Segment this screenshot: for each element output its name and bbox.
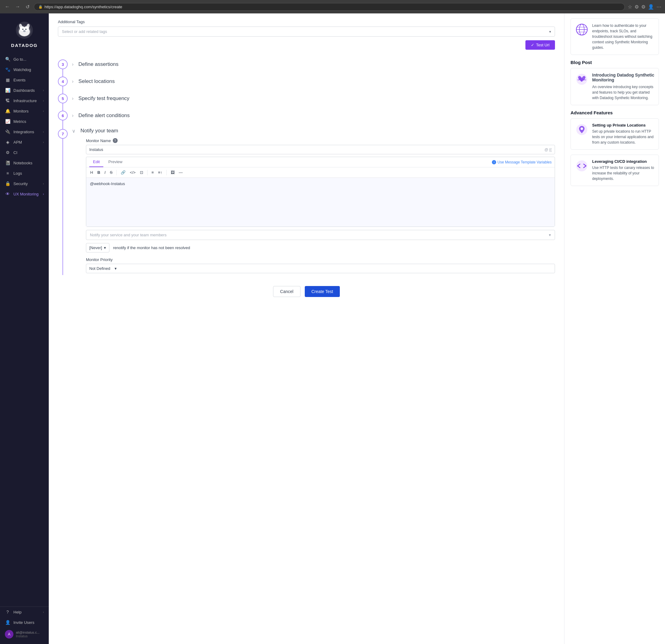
monitors-icon: 🔔 (5, 109, 11, 113)
chevron-right-icon: › (43, 182, 44, 185)
tab-preview[interactable]: Preview (104, 157, 126, 167)
notebooks-icon: 📓 (5, 160, 11, 165)
blog-post-description: An overview introducing key concepts and… (592, 84, 654, 100)
unordered-list-btn[interactable]: ≡ (150, 169, 155, 176)
heading-btn[interactable]: H (89, 169, 94, 176)
image-btn[interactable]: 🖼 (169, 169, 176, 176)
sidebar-item-ux-monitoring[interactable]: 👁 UX Monitoring › (0, 189, 49, 199)
profile-icon[interactable]: 👤 (648, 4, 654, 10)
sidebar-item-label: Notebooks (14, 161, 32, 165)
advanced-features-title: Advanced Features (571, 110, 659, 115)
blog-post-card-text: Introducing Datadog Synthetic Monitoring… (592, 73, 654, 100)
link-btn[interactable]: 🔗 (119, 169, 127, 176)
watchdog-icon: 🐾 (5, 67, 11, 72)
italic-btn[interactable]: I (103, 169, 107, 176)
forward-button[interactable]: → (14, 3, 21, 11)
app-wrapper: DATADOG 🔍 Go to... 🐾 Watchdog ▦ Events 📊… (0, 14, 665, 644)
chevron-down-icon: ▾ (549, 233, 551, 237)
step-4-header[interactable]: › Select locations (72, 78, 115, 85)
cancel-button[interactable]: Cancel (273, 286, 301, 297)
events-icon: ▦ (5, 77, 11, 82)
sidebar-item-dashboards[interactable]: 📊 Dashboards › (0, 85, 49, 95)
renotify-row: [Never] ▾ renotify if the monitor has no… (86, 243, 555, 253)
sidebar-item-integrations[interactable]: 🔌 Integrations › (0, 127, 49, 137)
chevron-right-icon: › (43, 109, 44, 113)
step-7-header[interactable]: ∨ Notify your team (72, 128, 555, 134)
ci-cd-card: Leveraging CI/CD integration Use HTTP te… (571, 154, 659, 186)
menu-icon[interactable]: ⋯ (657, 4, 661, 10)
step-6-circle: 6 (58, 111, 68, 121)
steps-container: 3 › Define assertions 4 › Select locatio… (58, 56, 555, 280)
monitor-name-help-icon[interactable]: ? (113, 138, 118, 143)
address-bar[interactable]: 🔒 https://app.datadoghq.com/synthetics/c… (34, 3, 625, 11)
strikethrough-btn[interactable]: S (108, 169, 114, 176)
browser-chrome: ← → ↺ 🔒 https://app.datadoghq.com/synthe… (0, 0, 665, 14)
sidebar-item-infrastructure[interactable]: 🏗 Infrastructure › (0, 95, 49, 106)
step-5: 5 › Specify test frequency (58, 90, 555, 107)
notify-service-dropdown[interactable]: Notify your service and your team member… (86, 230, 555, 240)
ordered-list-btn[interactable]: ≡↑ (156, 169, 164, 176)
template-vars-link[interactable]: i Use Message Template Variables (492, 160, 552, 164)
monitor-priority-select[interactable]: Not Defined ▾ (86, 264, 555, 273)
renotify-label: renotify if the monitor has not been res… (113, 245, 190, 250)
code-btn[interactable]: </> (128, 169, 137, 176)
test-url-button[interactable]: ✓ Test Url (526, 40, 555, 50)
editor-toolbar: H B I S 🔗 </> ⊡ ≡ (86, 167, 555, 178)
message-editor: Edit Preview i Use Message Template Vari… (86, 157, 555, 227)
main-content: Additional Tags Select or add related ta… (49, 14, 665, 644)
ci-cd-row: Leveraging CI/CD integration Use HTTP te… (575, 159, 654, 181)
monitor-name-input[interactable]: Instatus @ {{ (86, 145, 555, 154)
sidebar-item-label: APM (14, 140, 22, 145)
svg-point-7 (23, 30, 25, 32)
renotify-select[interactable]: [Never] ▾ (86, 243, 109, 253)
renotify-value: [Never] (89, 245, 102, 250)
chevron-down-icon: ▾ (115, 266, 117, 271)
ci-icon: ⚙ (5, 150, 11, 155)
sidebar-item-logs[interactable]: ≡ Logs (0, 168, 49, 178)
chevron-right-icon: › (43, 192, 44, 196)
sidebar-item-label: Watchdog (14, 68, 31, 72)
user-info: ali@instatus.c... Instatus (16, 630, 40, 638)
tags-dropdown[interactable]: Select or add related tags ▾ (58, 26, 555, 37)
ci-cd-card-text: Leveraging CI/CD integration Use HTTP te… (592, 159, 654, 181)
step-3-title: Define assertions (78, 61, 118, 68)
step-5-header[interactable]: › Specify test frequency (72, 95, 130, 102)
blog-post-card: Introducing Datadog Synthetic Monitoring… (571, 68, 659, 105)
sidebar-item-events[interactable]: ▦ Events (0, 75, 49, 85)
security-icon: 🔒 (5, 181, 11, 186)
bold-btn[interactable]: B (96, 169, 101, 176)
sidebar-item-ci[interactable]: ⚙ CI (0, 147, 49, 158)
sidebar-item-monitors[interactable]: 🔔 Monitors › (0, 106, 49, 116)
sidebar-item-help[interactable]: ? Help › (0, 607, 49, 617)
create-test-button[interactable]: Create Test (305, 286, 340, 297)
sidebar-logo: DATADOG (0, 14, 49, 54)
sidebar-item-notebooks[interactable]: 📓 Notebooks (0, 158, 49, 168)
sidebar-item-metrics[interactable]: 📈 Metrics (0, 116, 49, 127)
bookmark-icon[interactable]: ☆ (628, 4, 632, 10)
tab-edit[interactable]: Edit (89, 157, 103, 167)
step-3-header[interactable]: › Define assertions (72, 61, 118, 68)
step-5-title: Specify test frequency (78, 95, 129, 102)
back-button[interactable]: ← (4, 3, 11, 11)
sidebar-item-apm[interactable]: ◈ APM › (0, 137, 49, 147)
extensions-icon[interactable]: ⚙ (634, 4, 639, 10)
code-block-btn[interactable]: ⊡ (138, 169, 145, 176)
blog-post-title: Introducing Datadog Synthetic Monitoring (592, 73, 654, 82)
infrastructure-icon: 🏗 (5, 98, 11, 103)
hr-btn[interactable]: — (177, 169, 184, 176)
step-6-header[interactable]: › Define alert conditions (72, 112, 130, 118)
refresh-button[interactable]: ↺ (24, 3, 31, 11)
editor-body[interactable]: @webhook-Instatus (86, 178, 555, 226)
blog-post-card-row: Introducing Datadog Synthetic Monitoring… (575, 73, 654, 100)
sidebar-item-goto[interactable]: 🔍 Go to... (0, 54, 49, 65)
sidebar-item-watchdog[interactable]: 🐾 Watchdog (0, 65, 49, 75)
step-4-chevron: › (72, 79, 73, 84)
settings-icon[interactable]: ⚙ (641, 4, 646, 10)
sidebar-item-security[interactable]: 🔒 Security › (0, 178, 49, 189)
toolbar-divider-3 (166, 170, 167, 175)
step-7-content: ∨ Notify your team Monitor Name ? Instat… (72, 128, 555, 276)
private-locations-card: Setting up Private Locations Set up priv… (571, 118, 659, 150)
private-locations-row: Setting up Private Locations Set up priv… (575, 123, 654, 145)
sidebar-item-invite[interactable]: 👤 Invite Users (0, 617, 49, 627)
pin-icon (575, 123, 589, 136)
